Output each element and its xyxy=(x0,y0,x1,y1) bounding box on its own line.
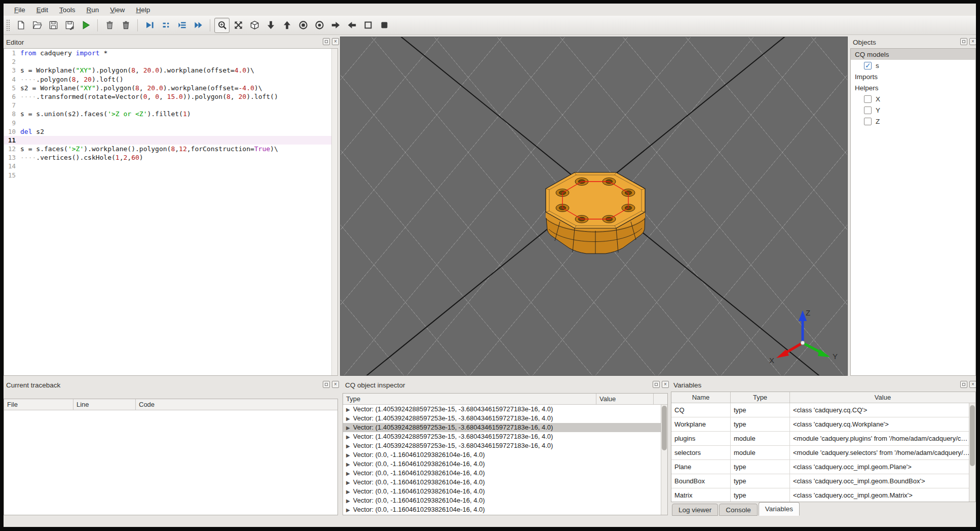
view-right-icon[interactable] xyxy=(328,18,343,33)
close-icon[interactable]: × xyxy=(662,381,669,388)
step-into-icon[interactable] xyxy=(174,18,190,33)
iso-view-icon[interactable] xyxy=(247,18,262,33)
column-header-file[interactable]: File xyxy=(4,399,73,410)
variable-row-selectors[interactable]: selectorsmodule<module 'cadquery.selecto… xyxy=(671,446,975,460)
column-header-type[interactable]: Type xyxy=(343,394,596,404)
variable-row-cq[interactable]: CQtype<class 'cadquery.cq.CQ'> xyxy=(671,403,975,417)
expand-arrow-icon[interactable]: ▶ xyxy=(346,498,350,504)
code-editor[interactable]: 1from cadquery import *23s = Workplane("… xyxy=(4,48,338,376)
expand-arrow-icon[interactable]: ▶ xyxy=(346,407,350,412)
close-icon[interactable]: × xyxy=(332,381,339,388)
step-icon[interactable] xyxy=(158,18,173,33)
code-line-14[interactable]: 14 xyxy=(4,162,337,170)
code-line-2[interactable]: 2 xyxy=(4,57,337,66)
save-as-icon[interactable] xyxy=(62,18,77,33)
float-icon[interactable] xyxy=(323,38,330,45)
menu-view[interactable]: View xyxy=(104,5,130,15)
inspector-row[interactable]: ▶Vector: (1.4053924288597253e-15, -3.680… xyxy=(343,405,667,414)
tree-item-cq-models[interactable]: CQ models xyxy=(851,49,975,60)
code-line-5[interactable]: 5s2 = Workplane("XY").polygon(8, 20.0).w… xyxy=(4,84,337,92)
column-header-value[interactable]: Value xyxy=(790,392,975,403)
float-icon[interactable] xyxy=(960,381,967,388)
objects-tree[interactable]: CQ modelssImportsHelpersXYZ xyxy=(850,48,976,376)
tree-item-imports[interactable]: Imports xyxy=(851,71,975,82)
checked-checkbox-icon[interactable] xyxy=(864,62,872,69)
run-icon[interactable] xyxy=(78,18,93,33)
view-back-icon[interactable] xyxy=(312,18,327,33)
cad-model-octagon-part[interactable] xyxy=(541,154,652,258)
inspector-scrollbar-thumb[interactable] xyxy=(662,406,667,450)
fit-all-icon[interactable] xyxy=(231,18,246,33)
variables-table[interactable]: Name Type Value CQtype<class 'cadquery.c… xyxy=(671,392,976,502)
new-file-icon[interactable] xyxy=(13,18,28,33)
menu-run[interactable]: Run xyxy=(81,5,105,15)
inspector-row[interactable]: ▶Vector: (0.0, -1.1604610293826104e-16, … xyxy=(343,505,667,514)
expand-arrow-icon[interactable]: ▶ xyxy=(346,416,350,421)
continue-icon[interactable] xyxy=(191,18,206,33)
traceback-table[interactable]: File Line Code xyxy=(4,399,338,515)
inspector-row[interactable]: ▶Vector: (1.4053924288597253e-15, -3.680… xyxy=(343,441,667,450)
expand-arrow-icon[interactable]: ▶ xyxy=(346,425,350,431)
menu-file[interactable]: File xyxy=(9,5,31,15)
variable-row-workplane[interactable]: Workplanetype<class 'cadquery.cq.Workpla… xyxy=(671,417,975,432)
variables-scrollbar[interactable] xyxy=(969,403,975,502)
fit-zoom-icon[interactable] xyxy=(214,18,230,33)
tab-log-viewer[interactable]: Log viewer xyxy=(672,504,718,516)
unchecked-checkbox-icon[interactable] xyxy=(864,95,872,103)
tab-console[interactable]: Console xyxy=(719,504,758,516)
delete-all-icon[interactable] xyxy=(118,18,133,33)
inspector-row[interactable]: ▶Vector: (1.4053924288597253e-15, -3.680… xyxy=(343,414,667,423)
inspector-row[interactable]: ▶Vector: (0.0, -1.1604610293826104e-16, … xyxy=(343,469,667,478)
debug-icon[interactable] xyxy=(142,18,157,33)
expand-arrow-icon[interactable]: ▶ xyxy=(346,480,350,485)
float-icon[interactable] xyxy=(653,381,660,388)
tree-item-y[interactable]: Y xyxy=(851,104,975,116)
menu-edit[interactable]: Edit xyxy=(31,5,54,15)
inspector-row[interactable]: ▶Vector: (0.0, -1.1604610293826104e-16, … xyxy=(343,459,667,469)
float-icon[interactable] xyxy=(323,381,330,388)
code-line-9[interactable]: 9 xyxy=(4,119,337,127)
view-top-icon[interactable] xyxy=(263,18,278,33)
expand-arrow-icon[interactable]: ▶ xyxy=(346,443,350,449)
expand-arrow-icon[interactable]: ▶ xyxy=(346,452,350,458)
inspector-table[interactable]: Type Value ▶Vector: (1.4053924288597253e… xyxy=(343,393,668,515)
tree-item-z[interactable]: Z xyxy=(851,116,975,127)
expand-arrow-icon[interactable]: ▶ xyxy=(346,462,350,467)
column-header-line[interactable]: Line xyxy=(73,399,136,410)
close-icon[interactable]: × xyxy=(332,38,339,45)
inspector-row[interactable]: ▶Vector: (1.4053924288597253e-15, -3.680… xyxy=(343,423,667,432)
view-left-icon[interactable] xyxy=(344,18,359,33)
tree-item-s[interactable]: s xyxy=(851,60,975,71)
column-header-name[interactable]: Name xyxy=(671,392,731,403)
tab-variables[interactable]: Variables xyxy=(759,502,800,516)
delete-object-icon[interactable] xyxy=(102,18,117,33)
variable-row-matrix[interactable]: Matrixtype<class 'cadquery.occ_impl.geom… xyxy=(671,488,975,502)
toolbar-drag-handle[interactable] xyxy=(7,20,10,31)
wireframe-icon[interactable] xyxy=(360,18,375,33)
code-line-6[interactable]: 6····.transformed(rotate=Vector(0, 0, 15… xyxy=(4,92,337,101)
inspector-row[interactable]: ▶Vector: (0.0, -1.1604610293826104e-16, … xyxy=(343,496,667,505)
code-line-8[interactable]: 8s = s.union(s2).faces('>Z or <Z').fille… xyxy=(4,110,337,118)
shaded-icon[interactable] xyxy=(376,18,392,33)
code-line-4[interactable]: 4····.polygon(8, 20).loft() xyxy=(4,75,337,84)
view-front-icon[interactable] xyxy=(295,18,311,33)
code-line-13[interactable]: 13····.vertices().cskHole(1,2,60) xyxy=(4,153,337,162)
unchecked-checkbox-icon[interactable] xyxy=(864,107,872,114)
close-icon[interactable]: × xyxy=(969,38,976,45)
expand-arrow-icon[interactable]: ▶ xyxy=(346,471,350,476)
code-line-7[interactable]: 7 xyxy=(4,101,337,110)
open-file-icon[interactable] xyxy=(29,18,45,33)
expand-arrow-icon[interactable]: ▶ xyxy=(346,489,350,494)
menu-help[interactable]: Help xyxy=(130,5,156,15)
expand-arrow-icon[interactable]: ▶ xyxy=(346,434,350,440)
unchecked-checkbox-icon[interactable] xyxy=(864,118,872,125)
menu-tools[interactable]: Tools xyxy=(54,5,81,15)
code-line-15[interactable]: 15 xyxy=(4,171,337,180)
variable-row-plugins[interactable]: pluginsmodule<module 'cadquery.plugins' … xyxy=(671,432,975,446)
editor-scrollbar[interactable] xyxy=(331,49,337,375)
inspector-row[interactable]: ▶Vector: (0.0, -1.1604610293826104e-16, … xyxy=(343,487,667,496)
code-line-11[interactable]: 11 xyxy=(4,136,337,145)
column-header-value[interactable]: Value xyxy=(596,394,654,404)
float-icon[interactable] xyxy=(960,38,967,45)
code-line-10[interactable]: 10del s2 xyxy=(4,127,337,136)
